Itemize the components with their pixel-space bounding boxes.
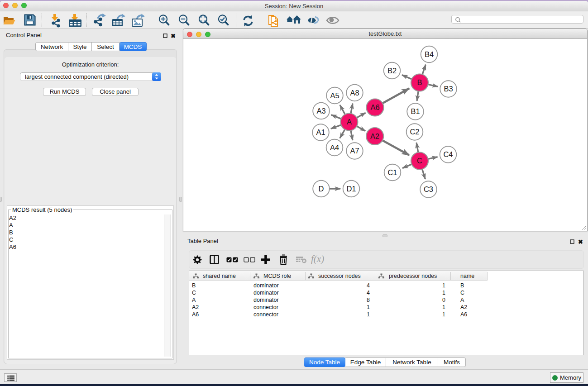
svg-text:A2: A2: [370, 132, 379, 140]
svg-text:A7: A7: [350, 147, 359, 155]
svg-text:A6: A6: [370, 103, 379, 111]
svg-text:B4: B4: [425, 50, 434, 58]
svg-text:C1: C1: [387, 168, 397, 176]
svg-text:C: C: [417, 157, 422, 165]
svg-text:B3: B3: [444, 85, 453, 93]
svg-text:A4: A4: [330, 143, 339, 152]
svg-text:A5: A5: [330, 91, 339, 100]
svg-text:D1: D1: [346, 185, 356, 193]
svg-text:B: B: [417, 78, 422, 86]
svg-text:A: A: [347, 118, 352, 126]
svg-text:A8: A8: [350, 89, 359, 97]
svg-text:C2: C2: [410, 128, 419, 136]
svg-text:A1: A1: [316, 128, 325, 136]
svg-text:D: D: [319, 185, 324, 193]
svg-text:C3: C3: [424, 185, 433, 193]
svg-text:B2: B2: [387, 67, 397, 75]
svg-text:A3: A3: [316, 107, 325, 115]
svg-text:B1: B1: [411, 107, 420, 115]
svg-text:C4: C4: [443, 150, 453, 158]
